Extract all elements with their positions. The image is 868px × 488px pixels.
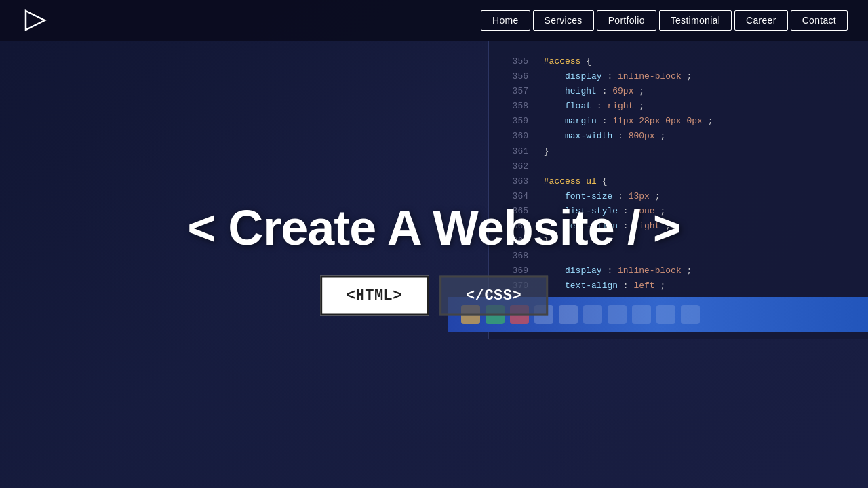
code-line-1: 355 #access {	[509, 54, 848, 69]
code-line-4: 358 float : right ;	[509, 99, 848, 114]
hero-content: < Create A Website / > <HTML> </CSS>	[187, 200, 681, 316]
taskbar-icon-10	[681, 305, 700, 324]
code-line-3: 357 height : 69px ;	[509, 84, 848, 99]
svg-marker-0	[26, 11, 45, 30]
code-line-2: 356 display : inline-block ;	[509, 69, 848, 84]
nav-portfolio-button[interactable]: Portfolio	[597, 10, 656, 30]
logo	[20, 5, 50, 35]
hero-title: < Create A Website / >	[187, 200, 681, 256]
logo-icon	[20, 5, 50, 35]
nav-home-button[interactable]: Home	[481, 10, 530, 30]
nav-contact-button[interactable]: Contact	[791, 10, 848, 30]
code-line-6: 360 max-width : 800px ;	[509, 129, 848, 144]
html-button[interactable]: <HTML>	[320, 276, 429, 316]
nav-testimonial-button[interactable]: Testimonial	[659, 10, 732, 30]
css-button[interactable]: </CSS>	[439, 276, 548, 316]
code-line-8: 362	[509, 159, 848, 174]
code-line-5: 359 margin : 11px 28px 0px 0px ;	[509, 114, 848, 129]
hero-buttons: <HTML> </CSS>	[187, 276, 681, 316]
hero-section: 355 #access { 356 display : inline-block…	[0, 0, 868, 488]
nav-services-button[interactable]: Services	[533, 10, 594, 30]
navbar: Home Services Portfolio Testimonial Care…	[0, 0, 868, 41]
code-line-9: 363 #access ul {	[509, 174, 848, 189]
nav-links: Home Services Portfolio Testimonial Care…	[481, 10, 848, 30]
code-line-7: 361 }	[509, 144, 848, 159]
nav-career-button[interactable]: Career	[734, 10, 788, 30]
